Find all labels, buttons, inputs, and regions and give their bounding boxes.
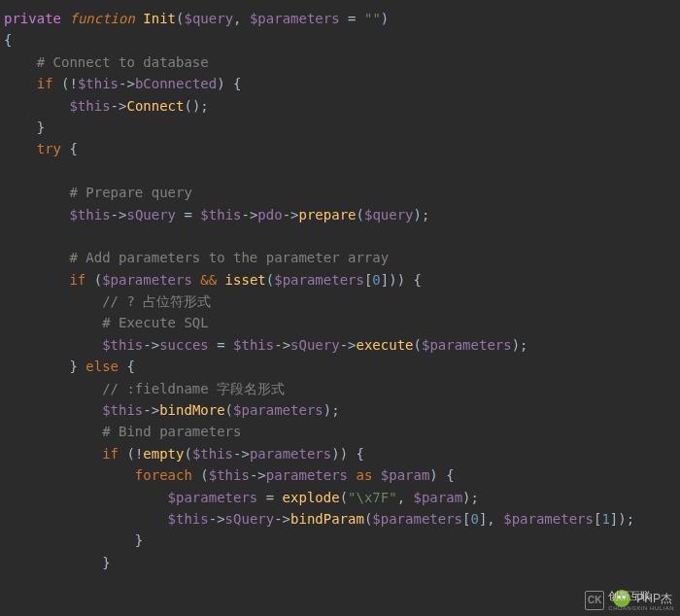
kw-if: if — [37, 76, 53, 91]
comment: # Add parameters to the parameter array — [69, 250, 389, 265]
comment: // ? 占位符形式 — [102, 293, 211, 309]
method-prepare: prepare — [299, 207, 357, 222]
code-block: private function Init($query, $parameter… — [0, 0, 680, 581]
comment: # Execute SQL — [102, 315, 209, 330]
comment: # Prepare query — [69, 185, 191, 200]
fn-isset: isset — [225, 272, 266, 288]
kw-if: if — [69, 272, 85, 288]
kw-else: else — [85, 359, 119, 374]
fn-name: Init — [143, 11, 176, 26]
str-empty: "" — [364, 11, 381, 26]
kw-try: try — [37, 141, 61, 156]
kw-foreach: foreach — [135, 467, 192, 483]
kw-if: if — [102, 446, 119, 462]
fn-explode: explode — [283, 490, 340, 505]
method-connect: Connect — [126, 98, 184, 114]
comment: # Bind parameters — [102, 424, 241, 439]
method-bindparam: bindParam — [290, 511, 364, 527]
method-execute: execute — [357, 337, 414, 353]
brace-open: { — [4, 32, 12, 48]
var-parameters: $parameters — [250, 11, 340, 26]
kw-private: private — [4, 11, 61, 26]
kw-function: function — [69, 11, 134, 26]
str-sep: "\x7F" — [348, 490, 397, 505]
method-bindmore: bindMore — [159, 402, 224, 418]
var-query: $query — [184, 11, 233, 26]
comment: # Connect to database — [37, 54, 209, 70]
comment: // :fieldname 字段名形式 — [102, 381, 285, 396]
fn-empty: empty — [143, 446, 184, 462]
